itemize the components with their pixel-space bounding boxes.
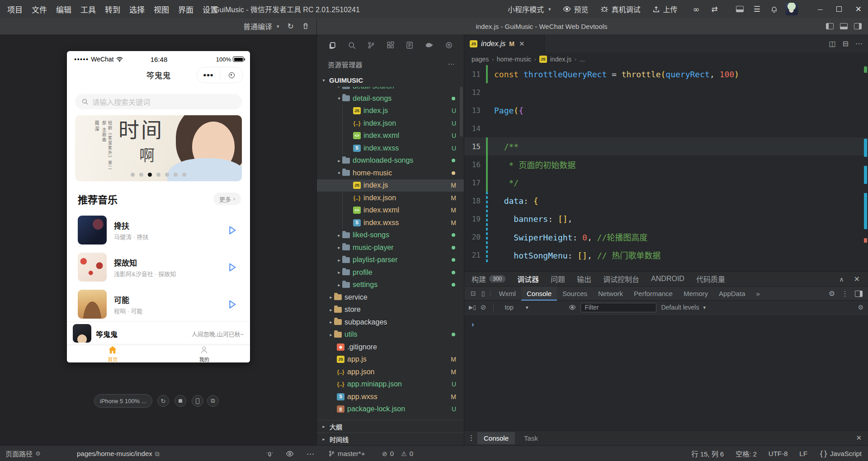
more-menu-icon[interactable]: •••	[197, 70, 220, 80]
tree-folder-music-player[interactable]: ▸music-player	[317, 241, 464, 254]
collapse-panel-icon[interactable]: ∧	[839, 276, 844, 282]
eye-icon[interactable]	[286, 446, 294, 461]
split-editor-icon[interactable]: ◫	[829, 40, 835, 47]
panel-tab-调试控制台[interactable]: 调试控制台	[603, 273, 639, 284]
swiper-dot-3[interactable]	[156, 173, 160, 177]
panel-tab-ANDROID[interactable]: ANDROID	[651, 275, 684, 283]
files-icon[interactable]	[328, 41, 336, 50]
copy-icon[interactable]: ⧉	[155, 451, 160, 457]
code-line-11[interactable]: 11const throttleQueryRect = throttle(que…	[464, 65, 868, 83]
tree-folder-playlist-parser[interactable]: ▸playlist-parser	[317, 254, 464, 267]
code-line-12[interactable]: 12	[464, 83, 868, 101]
screenshot-icon[interactable]: ⧉	[207, 395, 219, 407]
code-line-21[interactable]: 21 hotSongMenu: [], // 热门歌单数据	[464, 246, 868, 264]
context-selector[interactable]: top▾	[501, 303, 564, 312]
song-row-1[interactable]: 探故知浅影阿&汐音社 · 探故知	[78, 253, 239, 285]
docs-icon[interactable]	[406, 41, 414, 49]
tree-folder-home-music[interactable]: ▾home-music	[317, 167, 464, 179]
breadcrumb-item-1[interactable]: home-music	[497, 56, 531, 63]
editor-layout-icon[interactable]: ⊟	[843, 40, 849, 47]
devtools-tab-»[interactable]: »	[750, 287, 765, 301]
timeline-section[interactable]: ▸时间线	[317, 433, 464, 445]
tree-file-app.json[interactable]: {..}app.jsonM	[317, 366, 464, 378]
tree-folder-downloaded-songs[interactable]: ▸downloaded-songs	[317, 155, 464, 167]
code-line-18[interactable]: 18 data: {	[464, 192, 868, 210]
preview-button[interactable]: 预览	[563, 4, 589, 14]
git-branch-indicator[interactable]: master*+	[328, 446, 365, 461]
bottom-tab-Task[interactable]: Task	[518, 432, 544, 444]
link-mode-icon[interactable]: ∞	[693, 5, 700, 14]
menu-item-2[interactable]: 编辑	[52, 0, 76, 18]
bottom-close-icon[interactable]: ✕	[856, 434, 862, 442]
code-line-13[interactable]: 13Page({	[464, 101, 868, 119]
tree-folder-liked-songs[interactable]: ▸liked-songs	[317, 229, 464, 242]
extensions-icon[interactable]	[387, 41, 395, 49]
devtools-settings-icon[interactable]: ⚙	[829, 290, 835, 297]
hamburger-menu-icon[interactable]: ☰	[754, 5, 760, 14]
mode-dropdown[interactable]: 小程序模式▾	[508, 4, 551, 14]
project-root-row[interactable]: ▾ GUIMUSIC	[317, 74, 464, 87]
console-sidebar-icon[interactable]: ▶▯	[469, 305, 476, 310]
tabbar-item-首页[interactable]: 首页	[67, 345, 159, 362]
panel-tab-构建[interactable]: 构建300	[472, 273, 505, 284]
swiper-dot-6[interactable]	[182, 173, 186, 177]
devtools-tab-Wxml[interactable]: Wxml	[493, 287, 521, 301]
console-prompt[interactable]: ›	[472, 320, 474, 329]
code-line-20[interactable]: 20 SwiperHeight: 0, //轮播图高度	[464, 228, 868, 246]
tree-file-index.wxss[interactable]: Sindex.wxssM	[317, 216, 464, 229]
close-panel-icon[interactable]: ✕	[854, 276, 860, 283]
tree-folder-store[interactable]: ▸store	[317, 304, 464, 316]
docker-icon[interactable]	[425, 42, 434, 49]
banner-swiper[interactable]: 周深 短剧《家里家外》第二部 主题曲 时间 啊	[75, 115, 242, 181]
tree-folder-detail-search[interactable]: ▸detail-search	[317, 87, 464, 92]
console-eye-icon[interactable]	[569, 304, 576, 311]
stop-icon[interactable]	[175, 395, 186, 407]
menu-item-5[interactable]: 选择	[125, 0, 149, 18]
device-toolbar-icon[interactable]: ▯	[481, 290, 485, 296]
tree-folder-service[interactable]: ▸service	[317, 291, 464, 304]
explorer-scrollbar[interactable]	[460, 87, 463, 136]
tree-file-index.wxss[interactable]: Sindex.wxssU	[317, 142, 464, 155]
code-line-15[interactable]: 15 /**	[464, 137, 868, 155]
workspace-layout-icon[interactable]	[736, 6, 744, 12]
song-row-0[interactable]: 搀扶马健涛 · 搀扶	[78, 216, 239, 248]
search-input[interactable]: 请输入搜索关键词	[75, 94, 242, 109]
statusbar-more-icon[interactable]: ⋯	[307, 446, 314, 461]
menu-item-6[interactable]: 视图	[149, 0, 174, 18]
search-icon[interactable]	[348, 41, 356, 50]
console-output[interactable]: ›	[464, 315, 868, 431]
tree-file-app.js[interactable]: JSapp.jsM	[317, 353, 464, 366]
restart-icon[interactable]: ↻	[288, 23, 294, 30]
devtools-tab-Performance[interactable]: Performance	[628, 287, 678, 301]
breadcrumb[interactable]: pages›home-music›JSindex.js›...	[464, 53, 868, 65]
swiper-dot-2[interactable]	[148, 173, 152, 177]
toggle-bottom-panel-icon[interactable]	[840, 23, 848, 29]
panel-tab-调试器[interactable]: 调试器	[517, 273, 539, 284]
tree-file-index.js[interactable]: JSindex.jsU	[317, 105, 464, 118]
swiper-dot-1[interactable]	[139, 173, 143, 177]
tree-file-index.js[interactable]: JSindex.jsM	[317, 179, 464, 192]
devtools-tab-Network[interactable]: Network	[593, 287, 628, 301]
menu-item-3[interactable]: 工具	[76, 0, 100, 18]
bottom-tab-Console[interactable]: Console	[477, 432, 515, 444]
eol[interactable]: LF	[799, 450, 807, 457]
user-row[interactable]: 笒鬼鬼 人间忽晚,山河已秋~	[67, 321, 250, 344]
devtools-menu-icon[interactable]: ⋮	[841, 290, 849, 297]
tree-folder-settings[interactable]: ▸settings	[317, 279, 464, 292]
devtools-tab-Memory[interactable]: Memory	[678, 287, 713, 301]
indentation[interactable]: 空格: 2	[736, 449, 757, 458]
song-row-2[interactable]: 可能程响 · 可能	[78, 290, 239, 322]
close-button[interactable]: ✕	[855, 5, 862, 14]
bottom-tabs-menu-icon[interactable]: ⋮	[468, 435, 475, 442]
exit-icon[interactable]	[220, 72, 243, 78]
vibrate-icon[interactable]	[266, 446, 274, 461]
restart-sim-icon[interactable]: ↻	[157, 395, 169, 407]
code-line-16[interactable]: 16 * 页面的初始数据	[464, 155, 868, 174]
editor-more-icon[interactable]: ⋯	[855, 40, 863, 47]
target-icon[interactable]	[445, 41, 453, 49]
more-button[interactable]: 更多›	[213, 193, 241, 205]
breadcrumb-item-0[interactable]: pages	[472, 56, 489, 63]
clear-cache-icon[interactable]	[302, 23, 309, 30]
clear-console-icon[interactable]: ⊘	[481, 304, 486, 311]
code-line-17[interactable]: 17 */	[464, 174, 868, 192]
